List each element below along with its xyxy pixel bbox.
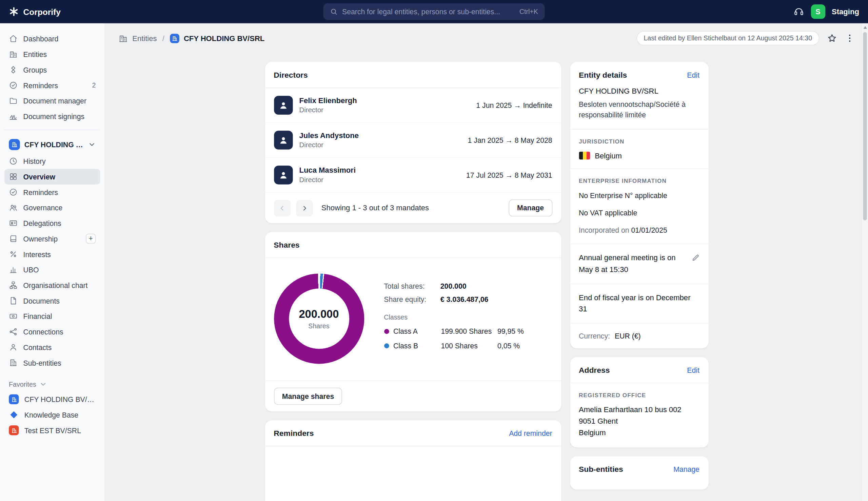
edit-address-link[interactable]: Edit: [687, 366, 699, 374]
sidebar-item-groups[interactable]: Groups: [4, 62, 100, 78]
add-ownership-button[interactable]: +: [86, 234, 96, 244]
edit-entity-details-link[interactable]: Edit: [687, 71, 699, 79]
class-percentage: 0,05 %: [497, 342, 520, 350]
class-percentage: 99,95 %: [497, 327, 524, 335]
favorite-item-label: Knowledge Base: [24, 411, 96, 419]
sidebar-item-label: Document signings: [23, 112, 96, 120]
user-avatar[interactable]: S: [811, 4, 825, 19]
shares-donut-chart: 200.000 Shares: [274, 274, 364, 364]
sidebar-item-governance[interactable]: Governance: [4, 200, 100, 215]
search-icon: [330, 8, 338, 15]
overview-icon: [9, 172, 18, 181]
sidebar-favorites-nav: CFY HOLDING BV/SRLKnowledge BaseTest EST…: [4, 392, 100, 438]
favorite-item-cfy-holding-bv-srl[interactable]: CFY HOLDING BV/SRL: [4, 392, 100, 407]
sidebar-item-documents[interactable]: Documents: [4, 293, 100, 309]
breadcrumb-entities[interactable]: Entities: [132, 34, 157, 42]
sidebar-item-label: Interests: [23, 250, 96, 258]
address-lines: Amelia Earhartlaan 10 bus 0029051 GhentB…: [579, 404, 699, 439]
director-name: Felix Elienbergh: [299, 96, 357, 105]
financial-icon: [9, 312, 18, 321]
sidebar-item-connections[interactable]: Connections: [4, 324, 100, 340]
manage-directors-button[interactable]: Manage: [509, 200, 552, 217]
page-actions: Last edited by Ellen Stichelbaut on 12 A…: [637, 31, 855, 45]
brand-name: Corporify: [23, 7, 61, 16]
reminders-icon: [9, 188, 18, 196]
avatar: [274, 96, 293, 115]
favorite-item-knowledge-base[interactable]: Knowledge Base: [4, 407, 100, 423]
enterprise-info-section: ENTERPRISE INFORMATION No Enterprise N° …: [570, 169, 708, 244]
sidebar-item-label: Ownership: [23, 234, 80, 243]
manage-sub-entities-link[interactable]: Manage: [673, 465, 699, 473]
scrollbar[interactable]: [861, 23, 868, 501]
pagination-status: Showing 1 - 3 out of 3 mandates: [322, 204, 429, 212]
sidebar-item-ubo[interactable]: UBO: [4, 262, 100, 277]
favorite-item-test-est-bv-srl[interactable]: Test EST BV/SRL: [4, 423, 100, 438]
sidebar-item-document-manager[interactable]: Document manager: [4, 93, 100, 108]
sidebar-item-financial[interactable]: Financial: [4, 308, 100, 324]
sidebar-entity-switcher[interactable]: CFY HOLDING BV...: [4, 136, 100, 153]
sidebar-item-overview[interactable]: Overview: [4, 169, 100, 184]
table-row[interactable]: Felix ElienberghDirector1 Jun 2025 → Ind…: [265, 88, 561, 123]
reminders-title: Reminders: [274, 429, 314, 438]
sidebar-item-document-signings[interactable]: Document signings: [4, 108, 100, 124]
breadcrumb-separator: /: [162, 34, 164, 42]
sidebar-item-history[interactable]: History: [4, 153, 100, 169]
search-input[interactable]: [342, 8, 515, 15]
ownership-icon: [9, 234, 18, 243]
sidebar-item-delegations[interactable]: Delegations: [4, 215, 100, 231]
sidebar-item-reminders[interactable]: Reminders2: [4, 78, 100, 93]
contacts-icon: [9, 343, 18, 352]
sidebar-item-dashboard[interactable]: Dashboard: [4, 31, 100, 46]
topbar: Corporify Ctrl+K S Staging: [0, 0, 868, 23]
agm-section: Annual general meeting is on May 8 at 15…: [570, 244, 708, 284]
favorites-header[interactable]: Favorites: [9, 381, 96, 388]
sidebar: DashboardEntitiesGroupsReminders2Documen…: [0, 23, 105, 501]
organisational-chart-icon: [9, 281, 18, 290]
scrollbar-thumb[interactable]: [863, 32, 867, 221]
environment-label: Staging: [832, 8, 859, 15]
entity-details-card: Entity details Edit CFY HOLDING BV/SRL B…: [570, 62, 708, 348]
search-shortcut: Ctrl+K: [519, 8, 538, 15]
jurisdiction-section: JURISDICTION Belgium: [570, 130, 708, 169]
sidebar-item-label: Reminders: [23, 188, 96, 196]
currency-value: EUR (€): [615, 332, 641, 340]
edit-agm-icon[interactable]: [691, 254, 699, 262]
last-edited-badge: Last edited by Ellen Stichelbaut on 12 A…: [637, 31, 819, 45]
global-search[interactable]: Ctrl+K: [323, 3, 544, 20]
sidebar-item-contacts[interactable]: Contacts: [4, 340, 100, 355]
support-headset-icon[interactable]: [793, 6, 804, 17]
sidebar-item-ownership[interactable]: Ownership+: [4, 231, 100, 247]
enterprise-info-line: No Enterprise N° applicable: [579, 191, 699, 201]
jurisdiction-value: Belgium: [595, 152, 622, 160]
donut-center: 200.000 Shares: [289, 289, 349, 349]
brand[interactable]: Corporify: [9, 7, 61, 17]
shares-body: 200.000 Shares Total shares: 200.000 Sha…: [265, 258, 561, 381]
shares-card: Shares 200.000 Shares Total shares:: [265, 232, 561, 412]
sidebar-item-label: Document manager: [23, 97, 96, 105]
mandate-term: 1 Jun 2025 → Indefinite: [476, 101, 552, 109]
share-classes-list: Class A199.900 Shares99,95 %Class B100 S…: [384, 327, 552, 350]
kebab-menu-icon[interactable]: [845, 33, 855, 43]
pagination-next-button[interactable]: [296, 200, 313, 216]
manage-shares-button[interactable]: Manage shares: [274, 388, 342, 405]
director-info: Felix ElienberghDirector: [299, 96, 357, 114]
director-role: Director: [299, 106, 357, 114]
table-row[interactable]: Jules AndystoneDirector1 Jan 2025 → 8 Ma…: [265, 123, 561, 158]
donut-total-label: Shares: [308, 322, 329, 330]
sidebar-item-entities[interactable]: Entities: [4, 46, 100, 62]
class-name: Class A: [393, 327, 441, 335]
favorites-label: Favorites: [9, 381, 36, 388]
table-row[interactable]: Luca MassimoriDirector17 Jul 2025 → 8 Ma…: [265, 158, 561, 193]
sidebar-item-label: Governance: [23, 203, 96, 212]
class-shares: 199.900 Shares: [441, 327, 497, 335]
scroll-up-arrow-icon[interactable]: [864, 26, 867, 29]
sidebar-item-sub-entities[interactable]: Sub-entities: [4, 355, 100, 371]
address-line: Amelia Earhartlaan 10 bus 002: [579, 404, 699, 416]
pagination-prev-button[interactable]: [274, 200, 290, 216]
favorite-star-icon[interactable]: [827, 33, 837, 43]
add-reminder-link[interactable]: Add reminder: [509, 429, 552, 437]
classes-label: Classes: [384, 313, 552, 321]
sidebar-item-reminders[interactable]: Reminders: [4, 184, 100, 200]
sidebar-item-organisational-chart[interactable]: Organisational chart: [4, 277, 100, 293]
sidebar-item-interests[interactable]: Interests: [4, 247, 100, 262]
